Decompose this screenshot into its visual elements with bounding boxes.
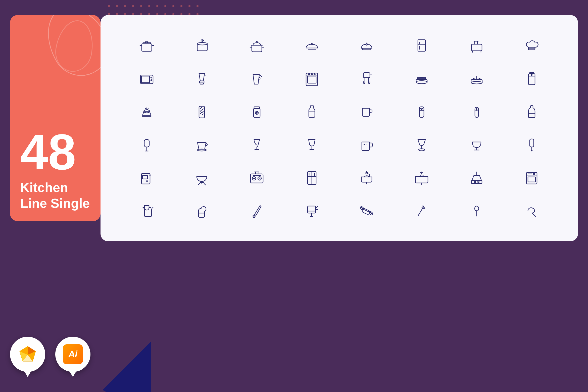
svg-line-38 xyxy=(259,75,262,77)
illustrator-logo-bubble: Ai xyxy=(55,337,90,372)
svg-point-93 xyxy=(419,149,425,151)
icon-hand-mixer xyxy=(340,63,393,94)
icon-chef-hat xyxy=(505,30,558,61)
icon-cleaver xyxy=(285,195,338,226)
icon-popsicle xyxy=(121,129,173,160)
icon-oven-mitt xyxy=(176,195,228,226)
svg-rect-31 xyxy=(141,76,150,83)
icon-ladle xyxy=(505,195,558,226)
svg-point-56 xyxy=(531,74,532,75)
main-icons-panel xyxy=(101,15,578,241)
svg-point-109 xyxy=(258,177,261,180)
svg-point-75 xyxy=(422,108,423,109)
svg-rect-121 xyxy=(415,176,428,183)
svg-point-111 xyxy=(259,178,260,179)
svg-point-69 xyxy=(256,112,257,113)
svg-rect-72 xyxy=(419,107,424,117)
svg-line-65 xyxy=(202,114,203,115)
icon-oven xyxy=(285,63,338,94)
svg-rect-6 xyxy=(142,44,152,51)
svg-line-63 xyxy=(202,109,203,110)
icon-refrigerator-2 xyxy=(285,163,338,193)
sketch-logo-bubble xyxy=(10,337,45,372)
svg-point-131 xyxy=(533,173,535,175)
svg-rect-36 xyxy=(200,83,204,84)
svg-point-9 xyxy=(197,42,207,45)
svg-point-85 xyxy=(197,149,206,151)
icon-bottle xyxy=(285,96,338,127)
icon-count: 48 xyxy=(20,129,76,175)
icon-wine-glass xyxy=(231,129,283,160)
svg-rect-51 xyxy=(418,78,426,79)
svg-rect-100 xyxy=(142,175,148,179)
icon-food-scale xyxy=(451,63,503,94)
icon-saucepan xyxy=(176,30,228,61)
icon-refrigerator xyxy=(396,30,448,61)
svg-rect-82 xyxy=(144,139,149,147)
left-panel: 48 Kitchen Line Single xyxy=(10,15,101,221)
icon-pedestal-bowl xyxy=(451,129,503,160)
icon-sink-bowl xyxy=(340,163,393,193)
svg-point-68 xyxy=(255,111,258,114)
icon-grater xyxy=(176,96,228,127)
svg-rect-59 xyxy=(199,106,205,118)
svg-line-62 xyxy=(200,113,202,114)
icon-apron xyxy=(121,195,173,226)
svg-point-33 xyxy=(151,80,152,81)
icon-blender xyxy=(176,63,228,94)
icon-spoon xyxy=(451,195,503,226)
icon-pot-with-lid xyxy=(231,30,283,61)
svg-rect-18 xyxy=(418,40,425,51)
svg-point-49 xyxy=(416,81,427,84)
icons-grid xyxy=(121,30,558,226)
svg-point-108 xyxy=(252,177,256,180)
svg-rect-130 xyxy=(528,177,535,182)
icon-gas-stove xyxy=(231,163,283,193)
svg-rect-17 xyxy=(362,48,371,50)
svg-point-76 xyxy=(421,109,422,110)
svg-point-44 xyxy=(308,74,310,75)
fold-corner-decoration xyxy=(101,342,151,392)
app-logos-row: Ai xyxy=(10,337,90,372)
icon-jar xyxy=(231,96,283,127)
svg-rect-137 xyxy=(308,206,316,213)
icon-goblet xyxy=(285,129,338,160)
icon-juicer xyxy=(121,96,173,127)
svg-point-126 xyxy=(478,181,479,183)
svg-rect-96 xyxy=(530,139,534,147)
svg-point-110 xyxy=(254,178,255,179)
svg-rect-123 xyxy=(471,180,482,183)
icon-knife xyxy=(231,195,283,226)
icon-appliance-box xyxy=(121,163,173,193)
icon-bbq-grill xyxy=(176,163,228,193)
icon-rolling-pin xyxy=(340,195,393,226)
icon-bell-cloche xyxy=(340,30,393,61)
svg-point-74 xyxy=(421,108,421,109)
svg-point-80 xyxy=(476,110,477,110)
svg-rect-47 xyxy=(363,73,370,78)
icon-spatula xyxy=(396,195,448,226)
icon-ice-pop xyxy=(505,129,558,160)
svg-point-46 xyxy=(314,74,315,75)
icon-beer-mug xyxy=(340,129,393,160)
svg-point-32 xyxy=(151,77,152,78)
sketch-icon xyxy=(18,344,38,364)
icon-kitchen-scale xyxy=(396,63,448,94)
icon-chalice xyxy=(396,129,448,160)
icon-range-hood xyxy=(451,163,503,193)
svg-point-79 xyxy=(476,109,477,109)
svg-rect-77 xyxy=(475,107,478,117)
svg-point-120 xyxy=(366,171,367,172)
svg-point-45 xyxy=(311,74,312,75)
svg-rect-22 xyxy=(471,44,482,51)
icon-microwave xyxy=(121,63,173,94)
illustrator-icon: Ai xyxy=(63,344,83,364)
svg-rect-42 xyxy=(308,76,316,83)
icon-shaker xyxy=(396,96,448,127)
icon-mug xyxy=(340,96,393,127)
svg-line-61 xyxy=(200,110,202,111)
icon-salt-shaker xyxy=(451,96,503,127)
pack-title: Kitchen Line Single xyxy=(20,180,90,211)
icon-measuring-cup xyxy=(231,63,283,94)
icon-cooking-pot xyxy=(121,30,173,61)
